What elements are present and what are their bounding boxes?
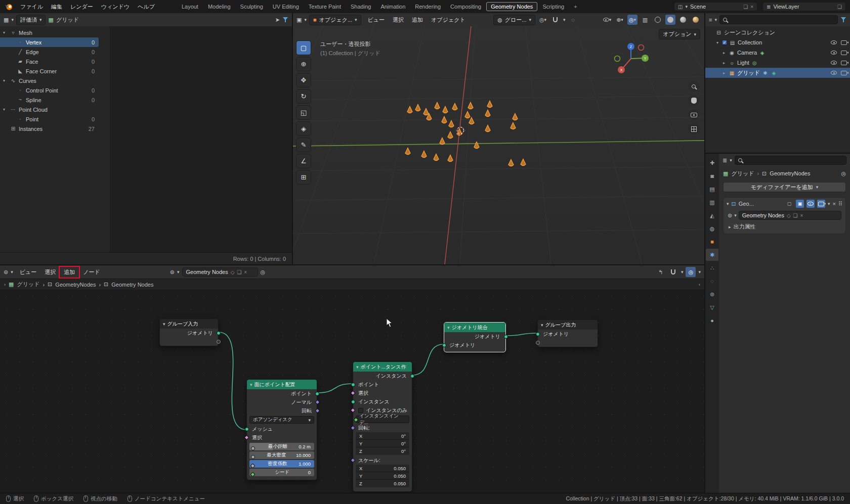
box-select-tool[interactable]: ▢ [296, 40, 311, 55]
pivot-point-button[interactable]: ◎▾ [538, 15, 548, 25]
menu-ノード[interactable]: ノード [79, 267, 104, 278]
workspace-tab-scripting[interactable]: Scripting [538, 2, 569, 11]
editor-type-icon[interactable]: ⊚ [4, 269, 8, 276]
geometry-input-socket[interactable] [536, 332, 540, 336]
workspace-tab-sculpting[interactable]: Sculpting [236, 2, 268, 11]
shading-wireframe-button[interactable] [653, 15, 663, 25]
node-tree-browse-icon[interactable]: ⊚ [728, 212, 732, 219]
workspace-tab-texture-paint[interactable]: Texture Paint [304, 2, 346, 11]
editor-type-icon[interactable]: ▦ [4, 17, 9, 23]
workspace-tab-modeling[interactable]: Modeling [203, 2, 235, 11]
topbar-menu-編集[interactable]: 編集 [47, 2, 66, 12]
workspace-tab-uv-editing[interactable]: UV Editing [268, 2, 304, 11]
instance-cone[interactable] [423, 109, 429, 115]
spreadsheet-row-instances[interactable]: ⊞Instances27 [0, 124, 99, 133]
collapse-icon[interactable]: ▾ [447, 325, 450, 330]
instance-cone[interactable] [452, 104, 457, 110]
node-group-input[interactable]: ▾ グループ入力 ジオメトリ [159, 318, 219, 346]
menu-選択[interactable]: 選択 [389, 15, 408, 25]
instance-cone[interactable] [465, 112, 470, 118]
outliner-search-input[interactable] [719, 15, 838, 24]
instance-cone[interactable] [485, 110, 490, 117]
snap-settings-chevron[interactable]: ▾ [563, 17, 566, 22]
node-distribute-points-on-faces[interactable]: ▾ 面にポイント配置 ポイント ノーマル 回転 [246, 379, 317, 480]
node-link[interactable] [219, 332, 246, 430]
min-distance-slider[interactable]: 最小距離 0.2 m [249, 443, 314, 450]
spreadsheet-row-mesh[interactable]: ▾▿Mesh [0, 28, 99, 37]
eye-icon[interactable] [831, 71, 837, 75]
chevron-right-icon[interactable]: › [4, 282, 6, 287]
instance-cone[interactable] [487, 101, 492, 108]
collapse-icon[interactable]: ▾ [163, 322, 165, 327]
mode-dropdown[interactable]: ■ オブジェク... ▾ [309, 15, 361, 25]
distribute-method-dropdown[interactable]: ポアソンディスク ▾ [249, 416, 314, 424]
drag-handle-icon[interactable]: ⠿ [838, 201, 842, 207]
visibility-dropdown[interactable]: ▾ [602, 15, 612, 25]
modifier-header[interactable]: ▾ ⊡ Geo... ▢ ▣ ▾ × ⠿ [724, 198, 845, 210]
properties-tab-scene-icon[interactable]: ◭ [706, 209, 718, 221]
fake-user-shield-icon[interactable]: ◇ [787, 213, 791, 218]
min-distance-socket[interactable] [251, 446, 255, 450]
instance-cone[interactable] [435, 103, 440, 109]
node-link[interactable] [317, 384, 353, 393]
geometry-multi-input-socket[interactable] [442, 343, 446, 347]
node-link[interactable] [506, 333, 537, 336]
expand-icon[interactable]: ▾ [715, 40, 720, 45]
instance-cone[interactable] [448, 155, 453, 162]
gizmos-toggle[interactable]: ⊕▾ [615, 15, 625, 25]
properties-tab-modifiers-icon[interactable]: ✱ [706, 249, 718, 261]
extras-icon[interactable]: ▾ [828, 201, 830, 206]
fake-user-shield-icon[interactable]: ◇ [231, 269, 235, 275]
properties-tab-output-icon[interactable]: ▤ [706, 183, 718, 195]
selection-input-socket[interactable] [244, 435, 249, 440]
outliner-row-シーンコレクション[interactable]: ⊟シーンコレクション [705, 27, 850, 37]
render-visibility-icon[interactable] [841, 61, 847, 65]
pick-instance-checkbox[interactable] [358, 408, 363, 413]
output-attributes-section[interactable]: ▸ 出力属性 [724, 221, 845, 231]
scale-field-z[interactable]: Z0.050 [356, 480, 409, 487]
selection-sync-icon[interactable]: ➤ [275, 17, 280, 23]
instances-output-socket[interactable] [410, 374, 414, 378]
workspace-tab-rendering[interactable]: Rendering [410, 2, 445, 11]
topbar-menu-ファイル[interactable]: ファイル [16, 2, 47, 12]
topbar-menu-ヘルプ[interactable]: ヘルプ [134, 2, 159, 12]
node-tree-selector[interactable]: Geometry Nodes ◇ ❏ × [182, 267, 258, 277]
menu-追加[interactable]: 追加 [408, 15, 427, 25]
max-density-socket[interactable] [251, 455, 255, 459]
spreadsheet-row-face[interactable]: ▰Face0 [0, 57, 99, 66]
topbar-menu-レンダー[interactable]: レンダー [66, 2, 97, 12]
instance-cone[interactable] [521, 159, 526, 166]
snap-settings-chevron[interactable]: ▾ [681, 269, 684, 274]
transform-orientation-dropdown[interactable]: ◍ グロー... ▾ [493, 15, 535, 25]
proportional-editing-toggle[interactable]: ◌ [568, 15, 578, 25]
rotation-field-x[interactable]: X0° [356, 432, 409, 440]
go-to-parent-button[interactable]: ↰ [656, 267, 666, 277]
breadcrumb-object[interactable]: グリッド [731, 170, 754, 177]
editor-type-icon[interactable]: ≡ [709, 17, 712, 23]
spreadsheet-row-edge[interactable]: ╱Edge0 [0, 47, 99, 57]
render-visibility-icon[interactable] [841, 71, 847, 75]
instance-cone[interactable] [513, 114, 518, 120]
topbar-menu-ウィンドウ[interactable]: ウィンドウ [97, 2, 134, 12]
expand-icon[interactable]: ▾ [3, 78, 8, 83]
node-header[interactable]: ▾ ポイント...タンス作 [353, 362, 412, 372]
camera-view-button[interactable] [688, 109, 699, 120]
collapse-icon[interactable]: ▾ [250, 382, 252, 387]
virtual-socket[interactable] [217, 340, 221, 344]
collapse-icon[interactable]: ▾ [356, 364, 359, 370]
navigation-gizmo[interactable]: Z Y X [615, 43, 649, 73]
collapse-icon[interactable]: ▾ [541, 323, 543, 328]
overlays-toggle[interactable]: ◎ [686, 267, 696, 277]
geometry-output-socket[interactable] [504, 335, 508, 339]
node-tree-name-field[interactable]: Geometry Nodes ◇ ❏ × [739, 211, 841, 220]
collapse-icon[interactable]: ▾ [727, 201, 729, 206]
spreadsheet-row-spline[interactable]: ~Spline0 [0, 95, 99, 105]
shading-rendered-button[interactable] [691, 15, 701, 25]
instance-cone[interactable] [443, 107, 448, 113]
copy-icon[interactable]: ❏ [837, 4, 842, 10]
menu-ビュー[interactable]: ビュー [364, 15, 389, 25]
properties-tab-particles-icon[interactable]: ∴ [706, 262, 718, 274]
instance-cone[interactable] [405, 148, 410, 155]
outliner-row-camera[interactable]: ▸◉Camera◈ [705, 48, 850, 58]
add-modifier-button[interactable]: モディファイアーを追加 ▾ [723, 182, 846, 192]
